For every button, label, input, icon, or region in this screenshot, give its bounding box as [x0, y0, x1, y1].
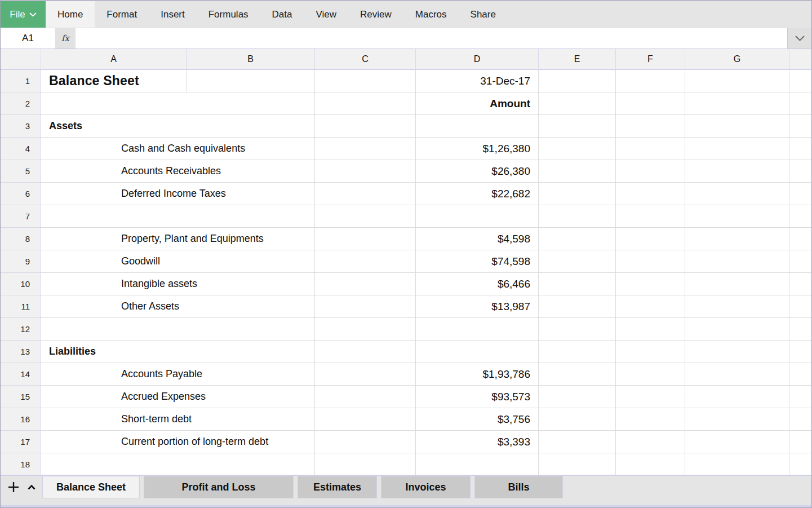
cell-A3[interactable]: Assets	[41, 115, 315, 138]
row-header-16[interactable]: 16	[1, 408, 41, 431]
cell-E13[interactable]	[539, 341, 616, 363]
cell-A4[interactable]: Cash and Cash equivalents	[41, 138, 315, 160]
cell-H4[interactable]	[789, 138, 811, 160]
cell-A13[interactable]: Liabilities	[41, 341, 315, 363]
cell-H12[interactable]	[789, 318, 811, 341]
cell-G1[interactable]	[685, 70, 789, 92]
cell-H1[interactable]	[789, 70, 811, 92]
column-header-partial[interactable]	[789, 49, 811, 70]
row-header-11[interactable]: 11	[1, 295, 41, 318]
cell-E2[interactable]	[539, 92, 616, 115]
column-header-G[interactable]: G	[685, 49, 789, 70]
cell-G10[interactable]	[685, 273, 789, 295]
cell-A15[interactable]: Accrued Expenses	[41, 386, 315, 408]
cell-G14[interactable]	[685, 363, 789, 386]
cell-C4[interactable]	[315, 138, 416, 160]
cell-F10[interactable]	[616, 273, 685, 295]
cell-E15[interactable]	[539, 386, 616, 408]
row-header-5[interactable]: 5	[1, 160, 41, 183]
cell-E8[interactable]	[539, 228, 616, 250]
row-header-6[interactable]: 6	[1, 183, 41, 205]
file-menu-button[interactable]: File	[1, 1, 46, 28]
cell-H14[interactable]	[789, 363, 811, 386]
cell-G3[interactable]	[685, 115, 789, 138]
cell-A16[interactable]: Short-term debt	[41, 408, 315, 431]
sheet-tab-profit-and-loss[interactable]: Profit and Loss	[144, 476, 294, 498]
cell-C9[interactable]	[315, 250, 416, 273]
cell-C13[interactable]	[315, 341, 416, 363]
cell-D15[interactable]: $93,573	[416, 386, 539, 408]
row-header-8[interactable]: 8	[1, 228, 41, 250]
cell-G2[interactable]	[685, 92, 789, 115]
cell-H9[interactable]	[789, 250, 811, 273]
row-header-12[interactable]: 12	[1, 318, 41, 341]
cell-D9[interactable]: $74,598	[416, 250, 539, 273]
cell-G18[interactable]	[685, 453, 789, 475]
cell-C6[interactable]	[315, 183, 416, 205]
cell-E18[interactable]	[539, 453, 616, 475]
cell-G8[interactable]	[685, 228, 789, 250]
cell-C15[interactable]	[315, 386, 416, 408]
row-header-1[interactable]: 1	[1, 70, 41, 92]
menu-item-share[interactable]: Share	[459, 1, 508, 28]
cell-A5[interactable]: Accounts Receivables	[41, 160, 315, 183]
cell-F3[interactable]	[616, 115, 685, 138]
cell-reference-box[interactable]: A1	[1, 28, 55, 48]
sheet-tab-estimates[interactable]: Estimates	[298, 476, 377, 498]
menu-item-macros[interactable]: Macros	[403, 1, 459, 28]
column-header-B[interactable]: B	[187, 49, 315, 70]
cell-E9[interactable]	[539, 250, 616, 273]
cell-D5[interactable]: $26,380	[416, 160, 539, 183]
sheet-tab-invoices[interactable]: Invoices	[381, 476, 471, 498]
column-header-C[interactable]: C	[315, 49, 416, 70]
cell-F8[interactable]	[616, 228, 685, 250]
cell-G13[interactable]	[685, 341, 789, 363]
row-header-4[interactable]: 4	[1, 138, 41, 160]
cell-D3[interactable]	[416, 115, 539, 138]
column-header-F[interactable]: F	[616, 49, 685, 70]
cell-D11[interactable]: $13,987	[416, 295, 539, 318]
cell-A17[interactable]: Current portion of long-term debt	[41, 431, 315, 453]
cell-H7[interactable]	[789, 205, 811, 228]
cell-C10[interactable]	[315, 273, 416, 295]
menu-item-home[interactable]: Home	[46, 1, 95, 28]
menu-item-insert[interactable]: Insert	[149, 1, 197, 28]
cell-D2[interactable]: Amount	[416, 92, 539, 115]
cell-C16[interactable]	[315, 408, 416, 431]
menu-item-data[interactable]: Data	[260, 1, 304, 28]
cell-E17[interactable]	[539, 431, 616, 453]
cell-C18[interactable]	[315, 453, 416, 475]
cell-F4[interactable]	[616, 138, 685, 160]
cell-C14[interactable]	[315, 363, 416, 386]
column-header-A[interactable]: A	[41, 49, 187, 70]
cell-F1[interactable]	[616, 70, 685, 92]
formula-input[interactable]	[76, 28, 787, 48]
cell-A8[interactable]: Property, Plant and Equipments	[41, 228, 315, 250]
cell-F12[interactable]	[616, 318, 685, 341]
cell-H5[interactable]	[789, 160, 811, 183]
row-header-14[interactable]: 14	[1, 363, 41, 386]
cell-E3[interactable]	[539, 115, 616, 138]
cell-F11[interactable]	[616, 295, 685, 318]
cell-G11[interactable]	[685, 295, 789, 318]
cell-E16[interactable]	[539, 408, 616, 431]
cell-C11[interactable]	[315, 295, 416, 318]
cell-C1[interactable]	[315, 70, 416, 92]
cell-D1[interactable]: 31-Dec-17	[416, 70, 539, 92]
row-header-7[interactable]: 7	[1, 205, 41, 228]
cell-C12[interactable]	[315, 318, 416, 341]
cell-A7[interactable]	[41, 205, 315, 228]
cell-C8[interactable]	[315, 228, 416, 250]
cell-E5[interactable]	[539, 160, 616, 183]
row-header-13[interactable]: 13	[1, 341, 41, 363]
cell-E1[interactable]	[539, 70, 616, 92]
sheet-tab-bills[interactable]: Bills	[474, 476, 563, 498]
cell-F16[interactable]	[616, 408, 685, 431]
cell-D13[interactable]	[416, 341, 539, 363]
cell-F2[interactable]	[616, 92, 685, 115]
select-all-corner[interactable]	[1, 49, 41, 70]
cell-D4[interactable]: $1,26,380	[416, 138, 539, 160]
cell-G16[interactable]	[685, 408, 789, 431]
formula-bar-expand-button[interactable]	[787, 28, 811, 48]
cell-H10[interactable]	[789, 273, 811, 295]
